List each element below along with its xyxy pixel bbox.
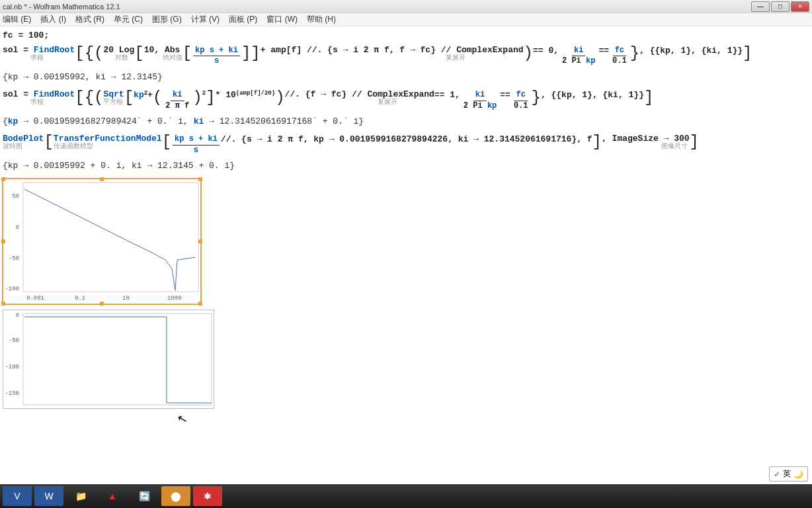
- bracket-open: [: [75, 46, 84, 62]
- taskbar-app-folder[interactable]: 📁: [66, 486, 95, 506]
- notebook-area[interactable]: fc = 100; sol = sol = FindRootFindRoot 求…: [0, 26, 812, 417]
- svg-text:-100: -100: [5, 286, 19, 292]
- svg-rect-0: [23, 183, 198, 292]
- window-controls: — □ ×: [751, 1, 809, 12]
- menu-format[interactable]: 格式 (R): [75, 14, 104, 25]
- close-button[interactable]: ×: [791, 1, 809, 12]
- window-title-bar: cal.nb * - Wolfram Mathematica 12.1 — □ …: [0, 0, 812, 13]
- code-text: fc = 100;: [3, 30, 49, 42]
- svg-text:0: 0: [16, 312, 19, 319]
- menu-graphics[interactable]: 图形 (G): [152, 14, 182, 25]
- window-title: cal.nb * - Wolfram Mathematica 12.1: [3, 3, 120, 11]
- imgsize-label: , ImageSize → 300 图像尺寸: [602, 134, 690, 150]
- menu-window[interactable]: 窗口 (W): [266, 14, 298, 25]
- taskbar-app-mathematica[interactable]: ✱: [193, 486, 222, 506]
- menu-edit[interactable]: 编辑 (E): [3, 14, 31, 25]
- menu-cell[interactable]: 单元 (C): [114, 14, 143, 25]
- ime-check-icon[interactable]: ✓: [774, 470, 780, 479]
- log-block: 20 Log 对数: [103, 46, 134, 62]
- svg-text:-150: -150: [5, 390, 19, 397]
- fraction-ki-2pif: ki 2 π f: [163, 90, 191, 111]
- sol-findroot-label-2: sol = FindRoot 求根: [3, 90, 75, 106]
- anno-findroot: 求根: [30, 55, 44, 62]
- svg-text:0: 0: [16, 224, 19, 231]
- phase-plot[interactable]: 0 -50 -100 -150: [3, 310, 214, 409]
- eq-zero: == 0,: [533, 46, 559, 57]
- output-2: {kp → 0.001959916827989424` + 0.` i, ki …: [3, 116, 809, 126]
- menu-bar: 编辑 (E) 插入 (I) 格式 (R) 单元 (C) 图形 (G) 计算 (V…: [0, 13, 812, 26]
- menu-evaluation[interactable]: 计算 (V): [191, 14, 220, 25]
- complex-block: + amp[f] //. {s → i 2 π f, f → fc} // Co…: [261, 46, 524, 62]
- svg-text:1000: 1000: [167, 295, 182, 302]
- svg-text:0.1: 0.1: [75, 295, 85, 302]
- phase-plot-svg: 0 -50 -100 -150: [3, 310, 215, 409]
- ime-mode-icon[interactable]: 🌙: [793, 470, 803, 479]
- init-guess: , {{kp, 1}, {ki, 1}}: [639, 46, 743, 57]
- complex-block-2: //. {f → fc} // ComplexExpand 复展开: [285, 90, 434, 106]
- taskbar-app-word[interactable]: W: [34, 486, 63, 506]
- svg-text:0.001: 0.001: [26, 295, 44, 302]
- svg-text:50: 50: [12, 193, 19, 200]
- menu-help[interactable]: 帮助 (H): [307, 14, 336, 25]
- svg-text:10: 10: [122, 295, 130, 302]
- taskbar-app-converter[interactable]: 🔄: [130, 486, 159, 506]
- minimize-button[interactable]: —: [751, 1, 770, 12]
- input-line-fc[interactable]: fc = 100;: [3, 30, 809, 42]
- magnitude-plot[interactable]: 50 0 -50 -100 0.001 0.1 10 1000: [3, 179, 201, 304]
- svg-text:-50: -50: [9, 337, 19, 344]
- bode-label: BodePlot 波特图: [3, 134, 44, 150]
- ime-toolbar[interactable]: ✓ 英 🌙: [769, 466, 808, 482]
- sqrt-block: Sqrt 平方根: [103, 90, 124, 106]
- fraction-kpski: kp s + ki s: [193, 46, 240, 67]
- input-bodeplot[interactable]: BodePlot 波特图 [ TransferFunctionModel 传递函…: [3, 134, 809, 155]
- sol-findroot-label: sol = sol = FindRootFindRoot 求根: [3, 46, 75, 62]
- taskbar-app-pdf[interactable]: ▲: [98, 486, 127, 506]
- bode-plots-output: 50 0 -50 -100 0.001 0.1 10 1000: [3, 179, 809, 409]
- output-3: {kp → 0.00195992 + 0. i, ki → 12.3145 + …: [3, 161, 809, 171]
- svg-rect-9: [23, 314, 212, 405]
- tfm-label: TransferFunctionModel 传递函数模型: [54, 134, 162, 150]
- menu-palettes[interactable]: 面板 (P): [229, 14, 257, 25]
- taskbar-app-visio[interactable]: V: [3, 486, 32, 506]
- svg-text:-50: -50: [9, 255, 19, 262]
- magnitude-plot-svg: 50 0 -50 -100 0.001 0.1 10 1000: [3, 179, 202, 305]
- brace-open: {: [85, 46, 94, 62]
- taskbar-app-terminal[interactable]: ⬤: [161, 486, 190, 506]
- abs-block: 10, Abs 绝对值: [144, 46, 183, 62]
- input-findroot-2[interactable]: sol = FindRoot 求根 [{( Sqrt 平方根 [ kp2 + (…: [3, 90, 809, 111]
- paren-open: (: [94, 46, 103, 62]
- ime-lang[interactable]: 英: [783, 468, 791, 480]
- fraction-fc-01: fc 0.1: [610, 46, 629, 67]
- svg-text:-100: -100: [5, 364, 19, 370]
- maximize-button[interactable]: □: [771, 1, 790, 12]
- output-1: {kp → 0.00195992, ki → 12.3145}: [3, 72, 809, 82]
- menu-insert[interactable]: 插入 (I): [40, 14, 66, 25]
- taskbar[interactable]: V W 📁 ▲ 🔄 ⬤ ✱: [0, 484, 812, 508]
- fraction-ki-2pikp: ki 2 Pi kp: [560, 46, 597, 67]
- input-findroot-1[interactable]: sol = sol = FindRootFindRoot 求根 [ { ( 20…: [3, 46, 809, 67]
